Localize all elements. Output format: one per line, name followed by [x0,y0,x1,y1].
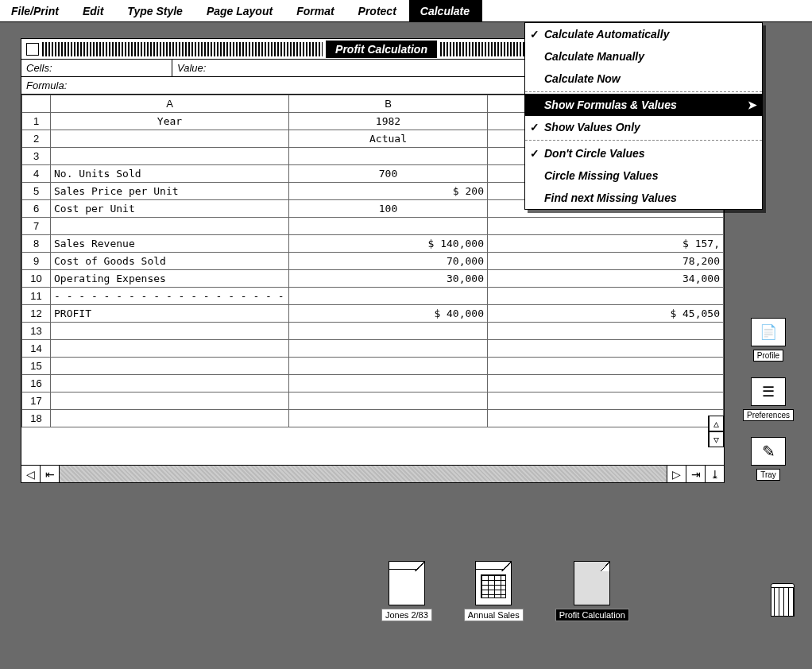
menu-page-layout[interactable]: Page Layout [195,0,285,21]
cell[interactable]: - - - - - - - - - - - - - - - - - - - - … [51,288,289,305]
cell[interactable]: No. Units Sold [51,165,289,183]
cell[interactable]: Operating Expenses [51,270,289,288]
cell[interactable]: $ 45,050 [488,305,724,323]
cell[interactable]: 34,000 [488,270,724,288]
page-next-icon[interactable]: ▷ [667,466,686,482]
cell[interactable]: $ 140,000 [289,235,488,253]
dd-circle-missing[interactable]: Circle Missing Values [525,164,762,187]
side-tray[interactable]: Tray [733,437,804,481]
row-header[interactable]: 5 [22,183,51,200]
page-back-icon[interactable]: ◁ [21,466,41,482]
dd-find-next-missing[interactable]: Find next Missing Values [525,187,762,209]
cell[interactable]: 1982 [289,113,488,130]
row-header[interactable]: 10 [22,270,51,288]
cell[interactable]: $ 40,000 [289,305,488,323]
menu-file-print[interactable]: File/Print [0,0,72,21]
cell[interactable] [51,218,289,235]
row-header[interactable]: 16 [22,375,51,393]
cell[interactable]: Sales Revenue [51,235,289,253]
page-last-icon[interactable]: ⤓ [705,466,724,482]
row-header[interactable]: 17 [22,393,51,410]
dd-calc-now[interactable]: Calculate Now [525,68,762,90]
cell[interactable]: PROFIT [51,305,289,323]
row-header[interactable]: 11 [22,288,51,305]
desktop-doc-jones[interactable]: Jones 2/83 [381,561,432,621]
cell[interactable]: 78,200 [488,253,724,270]
scroll-down-icon[interactable]: ▿ [709,431,724,447]
row-header[interactable]: 14 [22,340,51,358]
row-header[interactable]: 15 [22,358,51,375]
cell[interactable]: $ 200 [289,183,488,200]
row-header[interactable]: 9 [22,253,51,270]
cell[interactable] [51,375,289,393]
dd-dont-circle[interactable]: Don't Circle Values [525,142,762,164]
cell[interactable]: $ 157, [488,235,724,253]
menu-type-style[interactable]: Type Style [116,0,195,21]
cell[interactable] [51,410,289,427]
page-forward-icon[interactable]: ⇥ [686,466,705,482]
cell[interactable] [488,410,724,427]
hscroll-track[interactable] [60,466,667,482]
row-header[interactable]: 13 [22,323,51,340]
row-header[interactable]: 6 [22,200,51,218]
cell[interactable] [289,218,488,235]
menu-edit[interactable]: Edit [72,0,116,21]
dd-show-formulas-values[interactable]: Show Formulas & Values ➤ [525,94,762,116]
cell[interactable] [488,288,724,305]
page-first-icon[interactable]: ⇤ [41,466,60,482]
row-header[interactable]: 3 [22,148,51,165]
side-profile[interactable]: Profile [733,318,804,362]
cell[interactable] [51,358,289,375]
row-header[interactable]: 18 [22,410,51,427]
cell[interactable] [488,375,724,393]
cell[interactable] [51,340,289,358]
corner-cell[interactable] [22,95,51,113]
cell[interactable] [289,410,488,427]
cell[interactable] [51,323,289,340]
row-header[interactable]: 4 [22,165,51,183]
cell[interactable] [289,323,488,340]
cell[interactable] [289,375,488,393]
cell[interactable] [488,218,724,235]
cell[interactable] [289,340,488,358]
col-header-b[interactable]: B [289,95,488,113]
row-header[interactable]: 1 [22,113,51,130]
cell[interactable] [488,393,724,410]
cell[interactable]: Sales Price per Unit [51,183,289,200]
row-header[interactable]: 8 [22,235,51,253]
cell[interactable] [51,130,289,148]
cell[interactable]: Actual [289,130,488,148]
cell[interactable] [488,358,724,375]
cell[interactable]: 70,000 [289,253,488,270]
row-header[interactable]: 7 [22,218,51,235]
cell[interactable]: Cost per Unit [51,200,289,218]
side-preferences[interactable]: Preferences [733,377,804,421]
row-header[interactable]: 2 [22,130,51,148]
cell[interactable]: Year [51,113,289,130]
dd-show-values-only[interactable]: Show Values Only [525,116,762,138]
row-header[interactable]: 12 [22,305,51,323]
menu-format[interactable]: Format [285,0,346,21]
cell[interactable]: 30,000 [289,270,488,288]
window-close-box[interactable] [26,43,39,56]
desktop-doc-annual-sales[interactable]: Annual Sales [464,561,524,621]
cell[interactable]: 100 [289,200,488,218]
trash-icon[interactable] [771,583,795,618]
cell[interactable] [51,393,289,410]
menu-protect[interactable]: Protect [347,0,409,21]
scroll-up-icon[interactable]: ▵ [709,416,724,431]
col-header-a[interactable]: A [51,95,289,113]
cell[interactable] [289,288,488,305]
desktop-doc-profit-calculation[interactable]: Profit Calculation [555,561,629,621]
cell[interactable] [289,393,488,410]
cell[interactable]: 700 [289,165,488,183]
cell[interactable] [289,358,488,375]
cell[interactable] [488,340,724,358]
cell[interactable] [289,148,488,165]
dd-calc-manual[interactable]: Calculate Manually [525,45,762,68]
dd-calc-auto[interactable]: Calculate Automatically [525,23,762,45]
menu-calculate[interactable]: Calculate [409,0,482,21]
cell[interactable] [51,148,289,165]
cell[interactable] [488,323,724,340]
cell[interactable]: Cost of Goods Sold [51,253,289,270]
